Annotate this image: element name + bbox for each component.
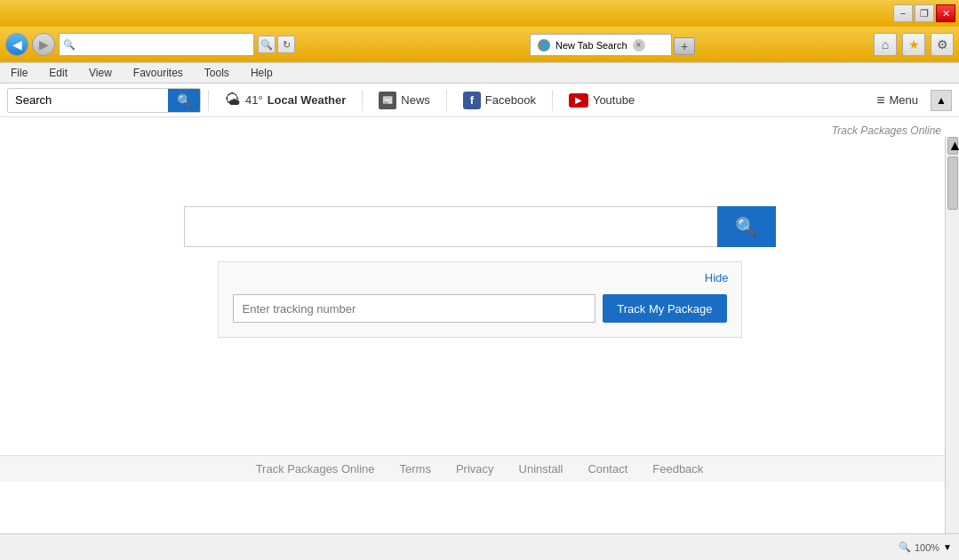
address-bar[interactable]: 🔍 http://search.searchtpo.com/ [59, 33, 254, 56]
address-input[interactable]: http://search.searchtpo.com/ [78, 38, 250, 51]
restore-button[interactable]: ❐ [915, 4, 934, 22]
zoom-level: 100% [915, 542, 939, 553]
toolbar-search-button[interactable]: 🔍 [168, 89, 200, 112]
title-bar: − ❐ ✕ [0, 0, 959, 27]
package-row: Track My Package [233, 294, 727, 323]
zoom-dropdown-button[interactable]: ▼ [943, 542, 952, 552]
new-tab-button[interactable]: + [674, 37, 695, 55]
back-button[interactable]: ◀ [5, 33, 28, 56]
minimize-button[interactable]: − [893, 4, 913, 22]
menu-file[interactable]: File [7, 65, 31, 81]
main-content: Track Packages Online 🔍 Hide Track My Pa… [0, 117, 959, 514]
menu-label: Menu [889, 93, 918, 107]
tab-favicon: 🌐 [538, 39, 550, 52]
weather-label: Local Weather [268, 93, 347, 107]
browser-chrome: ◀ ▶ 🔍 http://search.searchtpo.com/ 🔍 ↻ 🌐… [0, 27, 959, 62]
facebook-icon: f [463, 92, 481, 109]
toolbar-search-input[interactable] [8, 89, 168, 112]
address-search-button[interactable]: 🔍 [258, 36, 276, 53]
menu-button[interactable]: ≡ Menu [867, 89, 927, 112]
home-button[interactable]: ⌂ [874, 33, 897, 56]
footer-uninstall[interactable]: Uninstall [519, 462, 563, 476]
scroll-up-button[interactable]: ▲ [931, 90, 952, 111]
toolbar: 🔍 🌤 41° Local Weather 📰 News f Facebook … [0, 84, 959, 117]
toolbar-divider-3 [446, 90, 447, 111]
tab-close-button[interactable]: × [633, 39, 645, 52]
status-bar: 🔍 100% ▼ [0, 533, 959, 560]
weather-icon: 🌤 [225, 91, 241, 109]
menu-favourites[interactable]: Favourites [130, 65, 187, 81]
forward-button[interactable]: ▶ [32, 33, 55, 56]
footer-feedback[interactable]: Feedback [652, 462, 703, 476]
news-label: News [401, 93, 430, 107]
close-button[interactable]: ✕ [936, 4, 955, 22]
menu-bar: File Edit View Favourites Tools Help [0, 62, 959, 84]
track-packages-header-link[interactable]: Track Packages Online [832, 124, 941, 137]
footer-privacy[interactable]: Privacy [456, 462, 494, 476]
hamburger-icon: ≡ [876, 92, 884, 108]
center-search: 🔍 [184, 206, 776, 247]
youtube-label: Youtube [593, 93, 635, 107]
menu-view[interactable]: View [85, 65, 116, 81]
youtube-icon: ▶ [569, 93, 588, 108]
window-controls: − ❐ ✕ [893, 4, 955, 22]
toolbar-search-box[interactable]: 🔍 [7, 88, 201, 113]
nav-row: ◀ ▶ 🔍 http://search.searchtpo.com/ 🔍 ↻ 🌐… [5, 30, 954, 59]
address-icons: 🔍 ↻ [258, 36, 295, 53]
tab-bar: 🌐 New Tab Search × + [530, 34, 695, 55]
package-widget: Hide Track My Package [218, 261, 742, 338]
weather-link[interactable]: 🌤 41° Local Weather [216, 87, 355, 113]
main-search-button[interactable]: 🔍 [717, 206, 776, 247]
footer-track-packages[interactable]: Track Packages Online [256, 462, 375, 476]
settings-button[interactable]: ⚙ [931, 33, 954, 56]
favorites-button[interactable]: ★ [902, 33, 925, 56]
news-link[interactable]: 📰 News [370, 88, 439, 113]
menu-tools[interactable]: Tools [201, 65, 233, 81]
hide-link[interactable]: Hide [705, 271, 729, 284]
tracking-number-input[interactable] [233, 294, 596, 323]
footer-terms[interactable]: Terms [400, 462, 431, 476]
track-my-package-button[interactable]: Track My Package [603, 294, 726, 323]
zoom-icon: 🔍 [899, 541, 911, 553]
scrollbar-track[interactable]: ▲ [945, 137, 959, 533]
facebook-label: Facebook [485, 93, 536, 107]
toolbar-divider-2 [362, 90, 363, 111]
footer-links: Track Packages Online Terms Privacy Unin… [0, 455, 959, 482]
menu-edit[interactable]: Edit [45, 65, 71, 81]
main-search-input[interactable] [184, 206, 717, 247]
browser-toolbar-right: ⌂ ★ ⚙ [874, 33, 954, 56]
active-tab[interactable]: 🌐 New Tab Search × [530, 34, 672, 55]
toolbar-divider-1 [208, 90, 209, 111]
address-search-icon: 🔍 [63, 39, 76, 51]
youtube-link[interactable]: ▶ Youtube [560, 90, 643, 111]
menu-help[interactable]: Help [247, 65, 276, 81]
scrollbar-thumb[interactable] [947, 156, 958, 210]
address-refresh-button[interactable]: ↻ [277, 36, 295, 53]
facebook-link[interactable]: f Facebook [454, 88, 545, 113]
status-bar-right: 🔍 100% ▼ [899, 541, 952, 553]
news-icon: 📰 [379, 92, 396, 109]
toolbar-divider-4 [552, 90, 553, 111]
footer-contact[interactable]: Contact [587, 462, 627, 476]
tab-label: New Tab Search [555, 40, 627, 51]
scroll-up-arrow[interactable]: ▲ [947, 137, 958, 155]
weather-temp: 41° [245, 93, 263, 107]
